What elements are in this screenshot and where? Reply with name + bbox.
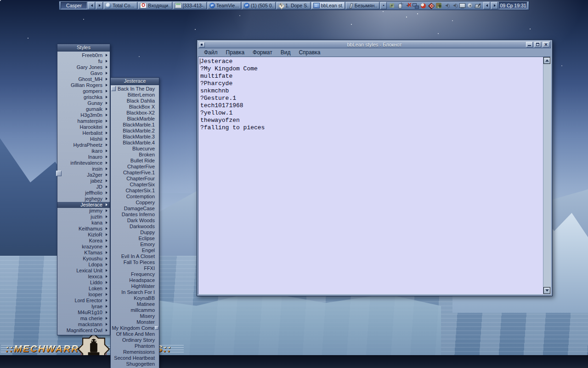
task-button[interactable]: 1. Dope S... — [277, 2, 310, 9]
style-menu-item[interactable]: Frequency — [111, 271, 159, 277]
minimize-button[interactable] — [526, 42, 533, 47]
menubar-item[interactable]: Вид — [277, 49, 295, 56]
styles-menu-item[interactable]: gurnaik — [57, 106, 110, 112]
task-button[interactable]: [333-413-... — [173, 2, 207, 9]
styles-menu-item[interactable]: Jesterace — [57, 202, 110, 208]
tray-next-button[interactable] — [491, 2, 498, 9]
task-button[interactable]: Total Co... — [104, 2, 137, 9]
tray-prev-button[interactable] — [483, 2, 490, 9]
style-menu-item[interactable]: Headspace — [111, 277, 159, 283]
style-menu-item[interactable]: Coppery — [111, 200, 159, 206]
style-menu-item[interactable]: Emory — [111, 242, 159, 247]
style-menu-item[interactable]: Dark Woods — [111, 218, 159, 224]
styles-menu-item[interactable]: JD — [57, 184, 110, 190]
styles-menu-item[interactable]: grischka — [57, 94, 110, 100]
notepad-text-area[interactable]: Jesterace?My Kingdom Comemultifate?Pharc… — [198, 57, 543, 294]
style-menu-item[interactable]: Fall To Pieces — [111, 259, 159, 265]
styles-menu-item[interactable]: Harookitei — [57, 124, 110, 130]
styles-menu-item[interactable]: Ghost_MH — [57, 76, 110, 82]
styles-menu-item[interactable]: Ja2ger — [57, 172, 110, 178]
style-menu-item[interactable]: HighWater — [111, 283, 159, 289]
camo-icon[interactable] — [435, 2, 442, 9]
style-menu-item[interactable]: Evil In A Closet — [111, 253, 159, 259]
styles-menu-item[interactable]: Freeb0rn — [57, 52, 110, 58]
network-icon[interactable] — [412, 2, 419, 9]
vertical-scrollbar[interactable] — [543, 57, 550, 294]
styles-menu-item[interactable]: Gavo — [57, 70, 110, 76]
scroll-up-button[interactable] — [543, 57, 550, 64]
styles-menu-item[interactable]: insin — [57, 166, 110, 172]
menubar-item[interactable]: Правка — [222, 49, 249, 56]
styles-menu-item[interactable]: Loken — [57, 286, 110, 292]
styles-menu-item[interactable]: Inauro — [57, 154, 110, 160]
styles-menu-item[interactable]: mackstann — [57, 322, 110, 328]
close-button[interactable] — [543, 42, 549, 47]
style-menu-item[interactable]: Monster — [111, 319, 159, 325]
styles-menu-item[interactable]: hamsterpie — [57, 118, 110, 124]
styles-menu-item[interactable]: ikaro — [57, 148, 110, 154]
style-menu-item[interactable]: Blackbox-X2 — [111, 110, 159, 116]
styles-menu-item[interactable]: jeffholio — [57, 190, 110, 196]
style-menu-item[interactable]: KoynaBB — [111, 295, 159, 301]
jesterace-menu-title[interactable]: Jesterace — [111, 78, 159, 85]
style-menu-item[interactable]: BlackMarble.1 — [111, 122, 159, 128]
card-icon[interactable] — [475, 2, 481, 9]
style-menu-item[interactable]: Second Heartbeat — [111, 355, 159, 361]
styles-menu-item[interactable]: jeghegy — [57, 196, 110, 202]
styles-menu-item[interactable]: Liddo — [57, 280, 110, 286]
style-menu-item[interactable]: Matinee — [111, 301, 159, 307]
styles-menu-item[interactable]: Lexical Unit — [57, 268, 110, 274]
styles-menu-item[interactable]: HydraPheetz — [57, 142, 110, 148]
clover-icon[interactable] — [389, 2, 396, 9]
ball-icon[interactable] — [467, 2, 474, 9]
styles-menu-item[interactable]: Gary Jones — [57, 64, 110, 70]
tray-toggle-button[interactable]: • — [380, 2, 387, 9]
style-menu-item[interactable]: BlackBox X — [111, 104, 159, 110]
style-menu-item[interactable]: ChapterSix — [111, 182, 159, 188]
styles-menu-item[interactable]: infinitevalence — [57, 160, 110, 166]
style-menu-item[interactable]: BitterLemon — [111, 92, 159, 98]
styles-menu-item[interactable]: H3g3m0n — [57, 112, 110, 118]
styles-menu-item[interactable]: KTamas — [57, 250, 110, 256]
menu-grip-handle[interactable] — [56, 171, 62, 176]
styles-menu-item[interactable]: Kyoushu — [57, 256, 110, 262]
task-button[interactable]: (1) (505 0... — [242, 2, 276, 9]
workspace-next-button[interactable] — [96, 2, 103, 9]
task-button[interactable]: TeamVie... — [208, 2, 241, 9]
style-menu-item[interactable]: Broken — [111, 152, 159, 158]
style-menu-item[interactable]: millcammo — [111, 307, 159, 313]
styles-menu-item[interactable]: KizloR — [57, 232, 110, 238]
styles-menu-item[interactable]: Gillian Rogers — [57, 82, 110, 88]
style-menu-item[interactable]: Darkwoods — [111, 224, 159, 230]
styles-menu-item[interactable]: Hishii — [57, 136, 110, 142]
styles-menu-item[interactable]: Magnificent Owl — [57, 328, 110, 334]
styles-menu-item[interactable]: Gunay — [57, 100, 110, 106]
style-menu-item[interactable]: Bluecurve — [111, 146, 159, 152]
style-menu-item[interactable]: BlackMarble.2 — [111, 128, 159, 134]
style-menu-item[interactable]: In Search For I — [111, 289, 159, 295]
style-menu-item[interactable]: Dantes Inferno — [111, 212, 159, 218]
maximize-button[interactable] — [534, 42, 541, 47]
display-icon[interactable] — [459, 2, 466, 9]
styles-menu-item[interactable]: ma cherie — [57, 316, 110, 322]
parrot-icon[interactable] — [420, 2, 427, 9]
style-menu-item[interactable]: Bullet Ride — [111, 158, 159, 164]
styles-menu-item[interactable]: fu — [57, 58, 110, 64]
styles-menu-item[interactable]: gompers — [57, 88, 110, 94]
task-button[interactable]: Безымян... — [346, 2, 379, 9]
styles-menu-item[interactable]: lexxca — [57, 274, 110, 280]
volume-icon[interactable] — [443, 2, 450, 9]
menubar-item[interactable]: Файл — [200, 49, 222, 56]
style-menu-item[interactable]: BlackMarble.3 — [111, 134, 159, 140]
volume2-icon[interactable] — [451, 2, 458, 9]
style-menu-item[interactable]: Misery — [111, 313, 159, 319]
menubar-item[interactable]: Справка — [294, 49, 324, 56]
styles-menu-item[interactable]: jabez — [57, 178, 110, 184]
style-menu-item[interactable]: Shugogetten — [111, 361, 159, 367]
style-menu-item[interactable]: Of Mice And Men — [111, 331, 159, 337]
styles-menu-item[interactable]: Korea — [57, 238, 110, 244]
style-menu-item[interactable]: ChapterFour — [111, 176, 159, 182]
titlebar[interactable]: bbLean styles - Блокнот — [198, 41, 551, 48]
workspace-label[interactable]: Casper — [61, 2, 87, 9]
style-menu-item[interactable]: Contemption — [111, 194, 159, 200]
